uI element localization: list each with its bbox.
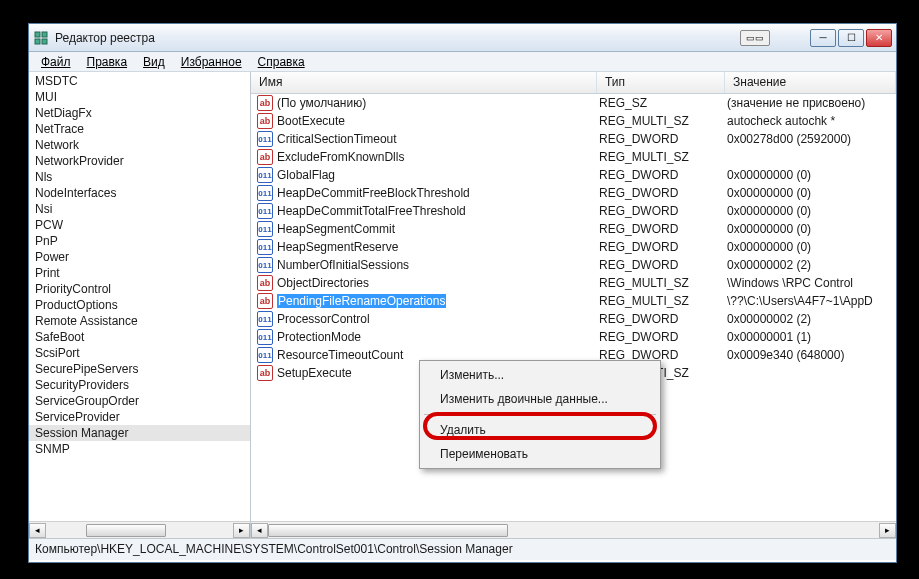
dword-icon: 011 [257,329,273,345]
tree-item[interactable]: PCW [29,217,250,233]
value-type: REG_DWORD [597,132,725,146]
scroll-right-button[interactable]: ▸ [879,523,896,538]
tree-item[interactable]: SafeBoot [29,329,250,345]
table-row[interactable]: 011HeapSegmentCommitREG_DWORD0x00000000 … [251,220,896,238]
dword-icon: 011 [257,167,273,183]
tree-item[interactable]: MUI [29,89,250,105]
minimize-button[interactable]: ─ [810,29,836,47]
table-row[interactable]: abPendingFileRenameOperationsREG_MULTI_S… [251,292,896,310]
value-name: HeapDeCommitTotalFreeThreshold [277,204,466,218]
tree-item[interactable]: Session Manager [29,425,250,441]
value-type: REG_DWORD [597,168,725,182]
tree-item[interactable]: NetTrace [29,121,250,137]
scroll-left-button[interactable]: ◂ [251,523,268,538]
ctx-modify[interactable]: Изменить... [422,363,658,387]
menu-file[interactable]: Файл [33,55,79,69]
compat-button[interactable]: ▭▭ [740,30,770,46]
value-data: \Windows \RPC Control [725,276,896,290]
value-name: GlobalFlag [277,168,335,182]
tree-item[interactable]: Power [29,249,250,265]
value-type: REG_DWORD [597,312,725,326]
menu-view[interactable]: Вид [135,55,173,69]
svg-rect-0 [35,32,40,37]
tree-item[interactable]: SecurePipeServers [29,361,250,377]
table-row[interactable]: 011NumberOfInitialSessionsREG_DWORD0x000… [251,256,896,274]
tree-item[interactable]: Nsi [29,201,250,217]
value-data: 0x00278d00 (2592000) [725,132,896,146]
statusbar: Компьютер\HKEY_LOCAL_MACHINE\SYSTEM\Cont… [29,538,896,560]
context-menu: Изменить... Изменить двоичные данные... … [419,360,661,469]
value-data: 0x00000002 (2) [725,312,896,326]
value-name: ProcessorControl [277,312,370,326]
dword-icon: 011 [257,131,273,147]
regedit-window: Редактор реестра ▭▭ ─ ☐ ✕ Файл Правка Ви… [28,23,897,563]
tree-item[interactable]: ServiceProvider [29,409,250,425]
table-row[interactable]: 011HeapDeCommitFreeBlockThresholdREG_DWO… [251,184,896,202]
scroll-left-button[interactable]: ◂ [29,523,46,538]
value-name: SetupExecute [277,366,352,380]
col-value[interactable]: Значение [725,72,896,93]
list-hscroll[interactable]: ◂ ▸ [251,521,896,538]
value-name: (По умолчанию) [277,96,366,110]
ctx-modify-binary[interactable]: Изменить двоичные данные... [422,387,658,411]
value-type: REG_DWORD [597,222,725,236]
tree-item[interactable]: Nls [29,169,250,185]
value-type: REG_DWORD [597,186,725,200]
value-name: ObjectDirectories [277,276,369,290]
value-name: ProtectionMode [277,330,361,344]
value-name: HeapSegmentCommit [277,222,395,236]
col-name[interactable]: Имя [251,72,597,93]
menu-help[interactable]: Справка [250,55,313,69]
tree-item[interactable]: SNMP [29,441,250,457]
maximize-button[interactable]: ☐ [838,29,864,47]
table-row[interactable]: 011GlobalFlagREG_DWORD0x00000000 (0) [251,166,896,184]
ctx-delete[interactable]: Удалить [422,418,658,442]
scroll-right-button[interactable]: ▸ [233,523,250,538]
tree-item[interactable]: NodeInterfaces [29,185,250,201]
dword-icon: 011 [257,239,273,255]
table-row[interactable]: 011ProcessorControlREG_DWORD0x00000002 (… [251,310,896,328]
tree-item[interactable]: ProductOptions [29,297,250,313]
dword-icon: 011 [257,347,273,363]
value-name: ExcludeFromKnownDlls [277,150,404,164]
ctx-separator [424,414,656,415]
list-scroll-thumb[interactable] [268,524,508,537]
value-name: CriticalSectionTimeout [277,132,397,146]
app-icon [33,30,49,46]
table-row[interactable]: 011HeapDeCommitTotalFreeThresholdREG_DWO… [251,202,896,220]
tree-scroll-thumb[interactable] [86,524,166,537]
table-row[interactable]: ab(По умолчанию)REG_SZ(значение не присв… [251,94,896,112]
value-data: autocheck autochk * [725,114,896,128]
string-icon: ab [257,113,273,129]
table-row[interactable]: 011ProtectionModeREG_DWORD0x00000001 (1) [251,328,896,346]
window-title: Редактор реестра [55,31,740,45]
menu-favorites[interactable]: Избранное [173,55,250,69]
dword-icon: 011 [257,257,273,273]
titlebar[interactable]: Редактор реестра ▭▭ ─ ☐ ✕ [29,24,896,52]
tree-list[interactable]: MSDTCMUINetDiagFxNetTraceNetworkNetworkP… [29,72,250,521]
table-row[interactable]: 011CriticalSectionTimeoutREG_DWORD0x0027… [251,130,896,148]
close-button[interactable]: ✕ [866,29,892,47]
tree-item[interactable]: Network [29,137,250,153]
table-row[interactable]: 011HeapSegmentReserveREG_DWORD0x00000000… [251,238,896,256]
value-name: ResourceTimeoutCount [277,348,403,362]
tree-hscroll[interactable]: ◂ ▸ [29,521,250,538]
tree-item[interactable]: MSDTC [29,73,250,89]
tree-item[interactable]: PriorityControl [29,281,250,297]
table-row[interactable]: abObjectDirectoriesREG_MULTI_SZ\Windows … [251,274,896,292]
table-row[interactable]: abExcludeFromKnownDllsREG_MULTI_SZ [251,148,896,166]
tree-item[interactable]: Remote Assistance [29,313,250,329]
tree-item[interactable]: Print [29,265,250,281]
table-row[interactable]: abBootExecuteREG_MULTI_SZautocheck autoc… [251,112,896,130]
tree-item[interactable]: ServiceGroupOrder [29,393,250,409]
tree-item[interactable]: PnP [29,233,250,249]
svg-rect-3 [42,39,47,44]
col-type[interactable]: Тип [597,72,725,93]
tree-item[interactable]: NetDiagFx [29,105,250,121]
tree-item[interactable]: NetworkProvider [29,153,250,169]
value-data: 0x00000002 (2) [725,258,896,272]
tree-item[interactable]: SecurityProviders [29,377,250,393]
menu-edit[interactable]: Правка [79,55,136,69]
tree-item[interactable]: ScsiPort [29,345,250,361]
ctx-rename[interactable]: Переименовать [422,442,658,466]
